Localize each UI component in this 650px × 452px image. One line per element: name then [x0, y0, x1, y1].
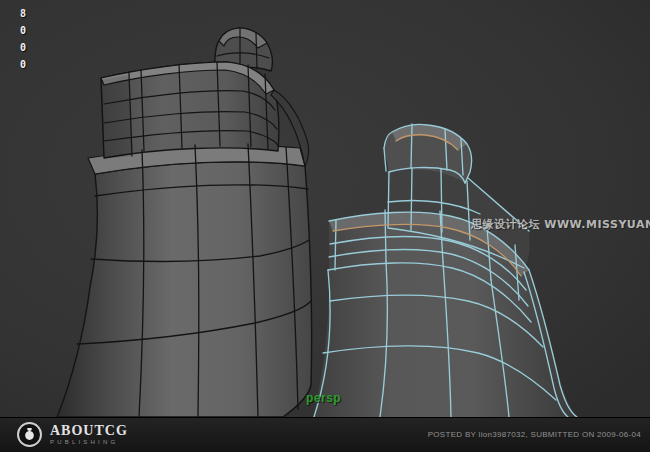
brand-tagline: PUBLISHING — [50, 439, 128, 445]
hud-digit: 0 — [20, 39, 26, 56]
hud-digit: 0 — [20, 56, 26, 73]
hud-digit: 8 — [20, 5, 26, 22]
credit-text: POSTED BY lion3987032, SUBMITTED ON 2009… — [428, 430, 641, 439]
aboutcg-logo: ABOUTCG PUBLISHING — [17, 422, 128, 447]
logo-text: ABOUTCG PUBLISHING — [50, 424, 128, 445]
brand-name: ABOUTCG — [50, 424, 128, 437]
pot-logo-icon — [24, 428, 35, 441]
scene-canvas[interactable] — [0, 0, 650, 417]
footer-bar: ABOUTCG PUBLISHING POSTED BY lion3987032… — [0, 417, 650, 452]
3d-viewport[interactable]: 8 0 0 0 思缘设计论坛 WWW.MISSYUAN.COM persp — [0, 0, 650, 417]
logo-ring — [17, 422, 42, 447]
watermark: 思缘设计论坛 WWW.MISSYUAN.COM — [471, 217, 650, 232]
hud-digit: 0 — [20, 22, 26, 39]
application-window: 8 0 0 0 思缘设计论坛 WWW.MISSYUAN.COM persp AB… — [0, 0, 650, 452]
hud-digit-column: 8 0 0 0 — [20, 5, 26, 73]
camera-label: persp — [306, 391, 341, 405]
